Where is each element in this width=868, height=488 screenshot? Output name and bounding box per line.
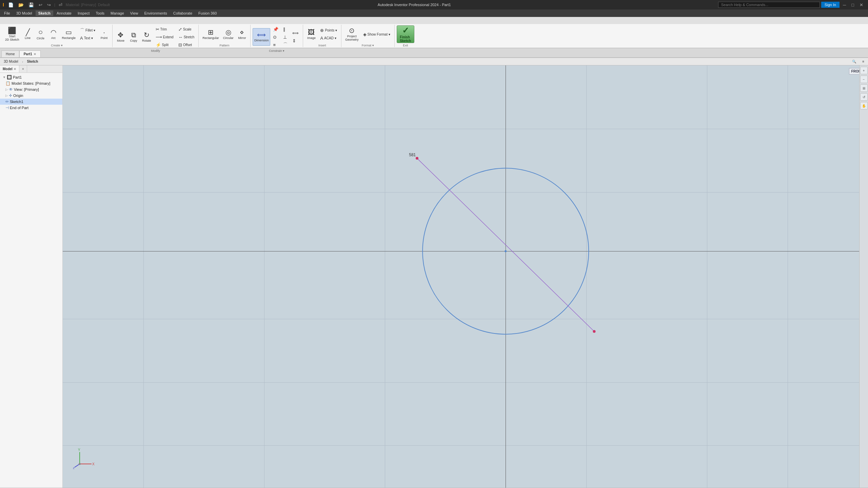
part1-tab-close[interactable]: ✕	[34, 53, 36, 56]
offset-icon: ⊟	[178, 42, 182, 47]
parallel-button[interactable]: ∥	[281, 25, 290, 33]
start-2d-sketch-button[interactable]: ⬛ Start2D Sketch	[3, 25, 21, 43]
tangent-button[interactable]: ⌒	[281, 41, 290, 48]
coincident-button[interactable]: ⊙	[271, 33, 280, 41]
image-button[interactable]: 🖼 Image	[305, 25, 317, 43]
line-button[interactable]: ╱ Line	[22, 25, 34, 43]
dimension-button[interactable]: ⟺ Dimension	[253, 28, 271, 46]
circular-button[interactable]: ◎ Circular	[221, 25, 235, 43]
center-point	[505, 250, 507, 252]
tree-item-part1[interactable]: ▼ 🔲 Part1	[0, 74, 62, 80]
nav-separator: ›	[22, 60, 23, 64]
menu-fusion360[interactable]: Fusion 360	[196, 11, 219, 16]
menu-view[interactable]: View	[127, 11, 141, 16]
model-tab-model[interactable]: Model ✕	[0, 65, 19, 73]
rectangular-button[interactable]: ⊞ Rectangular	[201, 25, 221, 43]
circle-button[interactable]: ○ Circle	[35, 25, 47, 43]
undo-button[interactable]: ↩	[37, 2, 44, 8]
trim-label: Trim	[160, 27, 167, 31]
tree-expand-part1: ▼	[3, 76, 6, 79]
ribbon-group-format-buttons: ⊙ ProjectGeometry ◈ Show Format ▾	[343, 25, 392, 43]
arc-button[interactable]: ◠ Arc	[47, 25, 60, 43]
doc-tab-part1[interactable]: Part1 ✕	[19, 50, 41, 57]
doc-name: Material: [Primary]	[65, 3, 97, 7]
rotate-button[interactable]: ↻ Rotate	[140, 28, 153, 46]
return-button[interactable]: ⏎	[57, 2, 64, 8]
sign-in-button[interactable]: Sign In	[821, 2, 840, 8]
viewport[interactable]: 581 FRONT Y X Z + − ⊞ ↺	[63, 65, 868, 488]
tree-item-model-states[interactable]: 📋 Model States: [Primary]	[0, 80, 62, 86]
coordinate-indicator: Y X Z	[73, 447, 93, 467]
right-panel: + − ⊞ ↺ ✋	[859, 65, 868, 488]
fix-button[interactable]: 📌	[271, 25, 280, 33]
stretch-button[interactable]: ↔ Stretch	[176, 33, 197, 41]
close-button[interactable]: ✕	[857, 2, 865, 8]
redo-button[interactable]: ↪	[45, 2, 53, 8]
rectangular-label: Rectangular	[202, 36, 219, 40]
model-settings-button[interactable]: ≡	[860, 59, 867, 64]
mirror-button[interactable]: ⋄ Mirror	[236, 25, 248, 43]
collinear-button[interactable]: ≡	[271, 41, 280, 48]
move-button[interactable]: ✥ Move	[115, 28, 127, 46]
model-tab-close[interactable]: ✕	[14, 67, 16, 71]
pan-button[interactable]: ✋	[860, 102, 868, 109]
sketch-canvas[interactable]: 581	[63, 65, 868, 488]
view-icon: 👁	[9, 87, 13, 92]
ribbon-col-trim-extend: ✂ Trim ⟶ Extend ⚡ Split	[154, 25, 176, 48]
sketch-nav[interactable]: Sketch	[24, 59, 40, 64]
project-geometry-button[interactable]: ⊙ ProjectGeometry	[343, 25, 360, 43]
ribbon-group-create: ⬛ Start2D Sketch ╱ Line ○ Circle ◠ Arc ▭	[1, 25, 113, 47]
acad-button[interactable]: A ACAD ▾	[318, 35, 339, 42]
zoom-fit-button[interactable]: ⊞	[860, 84, 868, 92]
menu-collaborate[interactable]: Collaborate	[171, 11, 195, 16]
scale-button[interactable]: ⤢ Scale	[176, 25, 197, 33]
menu-tools[interactable]: Tools	[93, 11, 107, 16]
menu-inspect[interactable]: Inspect	[75, 11, 92, 16]
ribbon-tabs	[0, 17, 868, 24]
perpendicular-button[interactable]: ⊥	[281, 33, 290, 41]
menu-annotate[interactable]: Annotate	[54, 11, 74, 16]
save-button[interactable]: 💾	[26, 2, 36, 8]
points-button[interactable]: ⊕ Points ▾	[318, 27, 339, 34]
show-format-button[interactable]: ◈ Show Format ▾	[361, 30, 392, 38]
split-button[interactable]: ⚡ Split	[154, 41, 176, 48]
search-model-button[interactable]: 🔍	[850, 59, 859, 64]
menu-3dmodel[interactable]: 3D Model	[14, 11, 35, 16]
menu-manage[interactable]: Manage	[108, 11, 127, 16]
tree-label-origin: Origin	[13, 94, 23, 98]
rectangle-button[interactable]: ▭ Rectangle	[60, 25, 78, 43]
maximize-button[interactable]: □	[849, 2, 856, 8]
zoom-out-button[interactable]: −	[860, 76, 868, 83]
menu-environments[interactable]: Environments	[142, 11, 170, 16]
open-button[interactable]: 📂	[16, 2, 26, 8]
point-button[interactable]: · Point	[98, 25, 110, 43]
offset-button[interactable]: ⊟ Offset	[176, 41, 197, 48]
model-tab-new[interactable]: +	[19, 65, 27, 73]
text-button[interactable]: A Text ▾	[78, 35, 97, 42]
3d-model-nav[interactable]: 3D Model	[1, 59, 21, 64]
ribbon-content: ⬛ Start2D Sketch ╱ Line ○ Circle ◠ Arc ▭	[0, 24, 868, 48]
new-button[interactable]: 📄	[6, 2, 16, 8]
tree-item-origin[interactable]: ▷ ✛ Origin	[0, 93, 62, 99]
horizontal-button[interactable]: ⟺	[290, 29, 301, 37]
vertical-button[interactable]: ⇕	[290, 37, 301, 45]
doc-tab-home[interactable]: Home	[1, 50, 19, 57]
tree-item-sketch1[interactable]: ✏ Sketch1	[0, 99, 62, 105]
ribbon-col-constraints1: 📌 ⊙ ≡	[271, 25, 280, 48]
extend-button[interactable]: ⟶ Extend	[154, 33, 176, 41]
minimize-button[interactable]: ─	[841, 2, 848, 8]
fillet-button[interactable]: ⌒ Fillet ▾	[78, 27, 97, 34]
copy-button[interactable]: ⧉ Copy	[127, 28, 140, 46]
menu-sketch[interactable]: Sketch	[36, 11, 53, 16]
trim-button[interactable]: ✂ Trim	[154, 25, 176, 33]
dimension-label: Dimension	[254, 39, 269, 42]
ribbon-group-modify: ✥ Move ⧉ Copy ↻ Rotate ✂ Trim	[113, 25, 199, 47]
tree-item-end-of-part[interactable]: ⊣ End of Part	[0, 105, 62, 111]
tree-item-view[interactable]: ▷ 👁 View: [Primary]	[0, 86, 62, 93]
trim-icon: ✂	[156, 27, 159, 32]
finish-sketch-button[interactable]: ✓ FinishSketch	[397, 25, 414, 43]
menu-file[interactable]: File	[1, 11, 13, 16]
search-input[interactable]	[718, 2, 820, 8]
zoom-in-button[interactable]: +	[860, 67, 868, 74]
orbit-button[interactable]: ↺	[860, 93, 868, 101]
